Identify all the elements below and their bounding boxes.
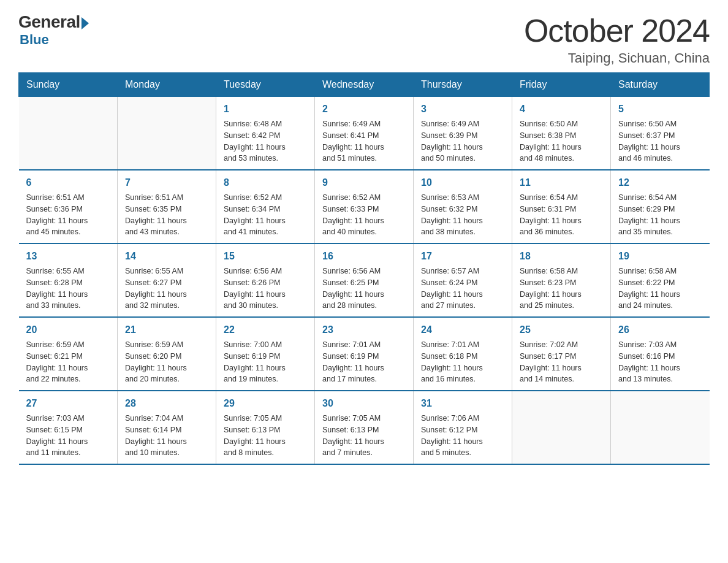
day-number: 30 bbox=[322, 396, 406, 411]
header-monday: Monday bbox=[118, 73, 216, 97]
day-number: 20 bbox=[26, 323, 110, 337]
day-info: Sunrise: 6:56 AM Sunset: 6:25 PM Dayligh… bbox=[322, 266, 406, 312]
table-row: 17Sunrise: 6:57 AM Sunset: 6:24 PM Dayli… bbox=[414, 243, 512, 317]
table-row: 30Sunrise: 7:05 AM Sunset: 6:13 PM Dayli… bbox=[315, 391, 414, 464]
table-row: 14Sunrise: 6:55 AM Sunset: 6:27 PM Dayli… bbox=[118, 243, 216, 317]
day-info: Sunrise: 7:03 AM Sunset: 6:16 PM Dayligh… bbox=[618, 339, 702, 385]
calendar-header: SundayMondayTuesdayWednesdayThursdayFrid… bbox=[19, 73, 710, 97]
day-info: Sunrise: 6:52 AM Sunset: 6:34 PM Dayligh… bbox=[224, 192, 307, 238]
header-thursday: Thursday bbox=[414, 73, 512, 97]
table-row: 24Sunrise: 7:01 AM Sunset: 6:18 PM Dayli… bbox=[414, 317, 512, 391]
day-info: Sunrise: 7:00 AM Sunset: 6:19 PM Dayligh… bbox=[224, 339, 307, 385]
day-number: 14 bbox=[125, 249, 208, 264]
table-row: 5Sunrise: 6:50 AM Sunset: 6:37 PM Daylig… bbox=[611, 97, 710, 170]
day-number: 4 bbox=[520, 102, 603, 117]
calendar-table: SundayMondayTuesdayWednesdayThursdayFrid… bbox=[18, 72, 710, 465]
day-info: Sunrise: 6:48 AM Sunset: 6:42 PM Dayligh… bbox=[224, 118, 307, 164]
day-info: Sunrise: 6:52 AM Sunset: 6:33 PM Dayligh… bbox=[322, 192, 406, 238]
day-number: 8 bbox=[224, 175, 307, 190]
table-row: 28Sunrise: 7:04 AM Sunset: 6:14 PM Dayli… bbox=[118, 391, 216, 464]
day-info: Sunrise: 7:01 AM Sunset: 6:19 PM Dayligh… bbox=[322, 339, 406, 385]
day-number: 15 bbox=[224, 249, 307, 264]
table-row: 4Sunrise: 6:50 AM Sunset: 6:38 PM Daylig… bbox=[512, 97, 611, 170]
day-number: 3 bbox=[421, 102, 504, 117]
day-info: Sunrise: 6:49 AM Sunset: 6:39 PM Dayligh… bbox=[421, 118, 504, 164]
table-row: 11Sunrise: 6:54 AM Sunset: 6:31 PM Dayli… bbox=[512, 170, 611, 243]
header-friday: Friday bbox=[512, 73, 611, 97]
table-row: 29Sunrise: 7:05 AM Sunset: 6:13 PM Dayli… bbox=[216, 391, 315, 464]
logo: General Blue bbox=[18, 12, 89, 48]
day-info: Sunrise: 7:01 AM Sunset: 6:18 PM Dayligh… bbox=[421, 339, 504, 385]
table-row bbox=[611, 391, 710, 464]
day-number: 9 bbox=[322, 175, 406, 190]
table-row: 3Sunrise: 6:49 AM Sunset: 6:39 PM Daylig… bbox=[414, 97, 512, 170]
table-row: 15Sunrise: 6:56 AM Sunset: 6:26 PM Dayli… bbox=[216, 243, 315, 317]
day-number: 5 bbox=[618, 102, 702, 117]
table-row: 18Sunrise: 6:58 AM Sunset: 6:23 PM Dayli… bbox=[512, 243, 611, 317]
day-info: Sunrise: 7:03 AM Sunset: 6:15 PM Dayligh… bbox=[26, 413, 110, 459]
day-number: 2 bbox=[322, 102, 406, 117]
day-info: Sunrise: 6:55 AM Sunset: 6:28 PM Dayligh… bbox=[26, 266, 110, 312]
table-row: 7Sunrise: 6:51 AM Sunset: 6:35 PM Daylig… bbox=[118, 170, 216, 243]
day-number: 21 bbox=[125, 323, 208, 337]
table-row: 16Sunrise: 6:56 AM Sunset: 6:25 PM Dayli… bbox=[315, 243, 414, 317]
day-number: 26 bbox=[618, 323, 702, 337]
table-row: 13Sunrise: 6:55 AM Sunset: 6:28 PM Dayli… bbox=[19, 243, 118, 317]
table-row: 1Sunrise: 6:48 AM Sunset: 6:42 PM Daylig… bbox=[216, 97, 315, 170]
header-tuesday: Tuesday bbox=[216, 73, 315, 97]
day-info: Sunrise: 6:59 AM Sunset: 6:21 PM Dayligh… bbox=[26, 339, 110, 385]
table-row: 25Sunrise: 7:02 AM Sunset: 6:17 PM Dayli… bbox=[512, 317, 611, 391]
day-number: 31 bbox=[421, 396, 504, 411]
week-row-5: 27Sunrise: 7:03 AM Sunset: 6:15 PM Dayli… bbox=[19, 391, 710, 464]
header-wednesday: Wednesday bbox=[315, 73, 414, 97]
day-info: Sunrise: 6:51 AM Sunset: 6:35 PM Dayligh… bbox=[125, 192, 208, 238]
page-header: General Blue October 2024 Taiping, Sichu… bbox=[18, 12, 710, 66]
day-info: Sunrise: 7:02 AM Sunset: 6:17 PM Dayligh… bbox=[520, 339, 603, 385]
day-info: Sunrise: 7:04 AM Sunset: 6:14 PM Dayligh… bbox=[125, 413, 208, 459]
month-title: October 2024 bbox=[524, 12, 710, 49]
logo-blue-text: Blue bbox=[20, 32, 49, 48]
day-info: Sunrise: 7:05 AM Sunset: 6:13 PM Dayligh… bbox=[322, 413, 406, 459]
day-info: Sunrise: 6:57 AM Sunset: 6:24 PM Dayligh… bbox=[421, 266, 504, 312]
day-number: 16 bbox=[322, 249, 406, 264]
day-number: 10 bbox=[421, 175, 504, 190]
table-row: 2Sunrise: 6:49 AM Sunset: 6:41 PM Daylig… bbox=[315, 97, 414, 170]
table-row: 10Sunrise: 6:53 AM Sunset: 6:32 PM Dayli… bbox=[414, 170, 512, 243]
day-number: 11 bbox=[520, 175, 603, 190]
day-info: Sunrise: 6:58 AM Sunset: 6:22 PM Dayligh… bbox=[618, 266, 702, 312]
table-row bbox=[118, 97, 216, 170]
day-number: 23 bbox=[322, 323, 406, 337]
table-row: 22Sunrise: 7:00 AM Sunset: 6:19 PM Dayli… bbox=[216, 317, 315, 391]
day-number: 1 bbox=[224, 102, 307, 117]
day-number: 28 bbox=[125, 396, 208, 411]
logo-general-text: General bbox=[18, 12, 80, 32]
header-sunday: Sunday bbox=[19, 73, 118, 97]
table-row: 31Sunrise: 7:06 AM Sunset: 6:12 PM Dayli… bbox=[414, 391, 512, 464]
day-number: 12 bbox=[618, 175, 702, 190]
week-row-2: 6Sunrise: 6:51 AM Sunset: 6:36 PM Daylig… bbox=[19, 170, 710, 243]
day-info: Sunrise: 6:51 AM Sunset: 6:36 PM Dayligh… bbox=[26, 192, 110, 238]
table-row: 12Sunrise: 6:54 AM Sunset: 6:29 PM Dayli… bbox=[611, 170, 710, 243]
title-block: October 2024 Taiping, Sichuan, China bbox=[524, 12, 710, 66]
day-info: Sunrise: 6:53 AM Sunset: 6:32 PM Dayligh… bbox=[421, 192, 504, 238]
day-number: 22 bbox=[224, 323, 307, 337]
day-info: Sunrise: 6:50 AM Sunset: 6:37 PM Dayligh… bbox=[618, 118, 702, 164]
table-row: 27Sunrise: 7:03 AM Sunset: 6:15 PM Dayli… bbox=[19, 391, 118, 464]
day-info: Sunrise: 6:50 AM Sunset: 6:38 PM Dayligh… bbox=[520, 118, 603, 164]
table-row: 26Sunrise: 7:03 AM Sunset: 6:16 PM Dayli… bbox=[611, 317, 710, 391]
header-saturday: Saturday bbox=[611, 73, 710, 97]
table-row: 20Sunrise: 6:59 AM Sunset: 6:21 PM Dayli… bbox=[19, 317, 118, 391]
table-row: 19Sunrise: 6:58 AM Sunset: 6:22 PM Dayli… bbox=[611, 243, 710, 317]
day-info: Sunrise: 7:06 AM Sunset: 6:12 PM Dayligh… bbox=[421, 413, 504, 459]
day-info: Sunrise: 6:59 AM Sunset: 6:20 PM Dayligh… bbox=[125, 339, 208, 385]
day-number: 17 bbox=[421, 249, 504, 264]
day-number: 6 bbox=[26, 175, 110, 190]
table-row: 23Sunrise: 7:01 AM Sunset: 6:19 PM Dayli… bbox=[315, 317, 414, 391]
day-info: Sunrise: 6:56 AM Sunset: 6:26 PM Dayligh… bbox=[224, 266, 307, 312]
table-row: 9Sunrise: 6:52 AM Sunset: 6:33 PM Daylig… bbox=[315, 170, 414, 243]
day-info: Sunrise: 6:58 AM Sunset: 6:23 PM Dayligh… bbox=[520, 266, 603, 312]
week-row-3: 13Sunrise: 6:55 AM Sunset: 6:28 PM Dayli… bbox=[19, 243, 710, 317]
day-info: Sunrise: 6:55 AM Sunset: 6:27 PM Dayligh… bbox=[125, 266, 208, 312]
day-info: Sunrise: 6:49 AM Sunset: 6:41 PM Dayligh… bbox=[322, 118, 406, 164]
week-row-1: 1Sunrise: 6:48 AM Sunset: 6:42 PM Daylig… bbox=[19, 97, 710, 170]
